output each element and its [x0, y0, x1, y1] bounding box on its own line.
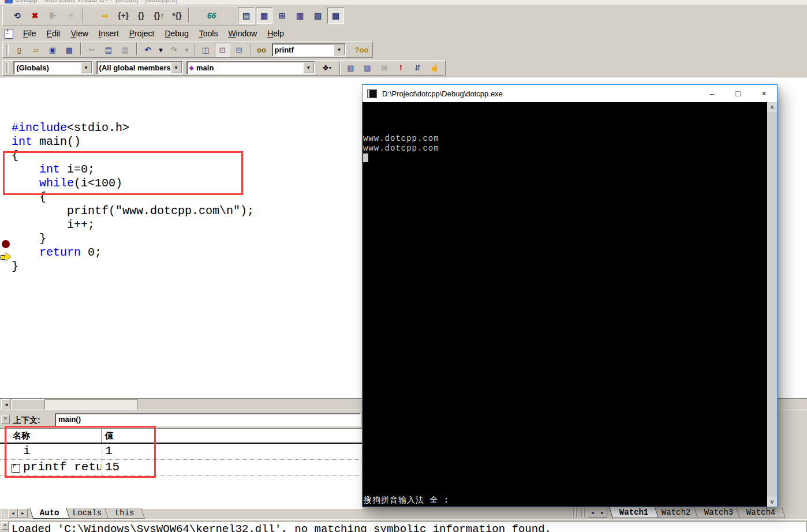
printf retu[interactable]: printf retu 15: [0, 460, 363, 476]
menu-item[interactable]: Tools: [194, 27, 223, 40]
show-next-statement-icon[interactable]: ⇨: [97, 8, 114, 24]
redo-dropdown-icon[interactable]: ▾: [183, 43, 191, 57]
pane-tab[interactable]: this: [104, 508, 145, 519]
menu-item[interactable]: Debug: [159, 27, 193, 40]
wizard-actions-icon[interactable]: ❖▾: [317, 61, 337, 75]
break-execution-icon[interactable]: ⊪: [44, 8, 61, 24]
members-combo[interactable]: (All global members) ▼: [96, 61, 183, 74]
step-over-icon[interactable]: {}: [133, 8, 150, 24]
expand-icon[interactable]: [12, 464, 20, 473]
console-titlebar[interactable]: D:\Project\dotcpp\Debug\dotcpp.exe –□×: [363, 85, 777, 102]
toolbar-button[interactable]: [186, 8, 202, 23]
save-icon[interactable]: ▣: [45, 43, 61, 57]
standard-toolbar: ▯▱▣▩✂▤▦↶▾↷▾◫⊡⊟oo printf ▼ ?oo: [0, 40, 807, 59]
tab-scroll-right-icon[interactable]: ►: [18, 508, 28, 518]
window-list-icon[interactable]: ⊟: [231, 43, 247, 57]
workspace-window-icon[interactable]: ◫: [198, 43, 214, 57]
pane-tab[interactable]: Watch1: [609, 507, 659, 518]
build-icon[interactable]: ▨: [360, 61, 375, 75]
call-stack-icon[interactable]: ▨: [309, 8, 326, 24]
undo-dropdown-icon[interactable]: ▾: [157, 43, 165, 57]
quick-watch-icon[interactable]: 66: [203, 8, 220, 24]
memory-window-icon[interactable]: ▥: [292, 8, 308, 24]
scroll-up-icon[interactable]: ∧: [767, 102, 777, 112]
toolbar-button[interactable]: [221, 8, 237, 23]
paste-icon[interactable]: ▦: [118, 43, 133, 57]
maximize-button[interactable]: □: [725, 85, 751, 102]
menu-item[interactable]: Project: [124, 27, 160, 40]
toolbar-button[interactable]: [134, 43, 139, 55]
find-in-files-icon[interactable]: oo: [254, 43, 270, 57]
toolbar-grip[interactable]: [6, 44, 9, 55]
toolbar-button[interactable]: [192, 43, 197, 55]
compile-icon[interactable]: ▧: [343, 61, 358, 75]
i[interactable]: i 1: [0, 444, 363, 460]
chevron-down-icon[interactable]: ▼: [171, 62, 182, 73]
go-icon[interactable]: ⇵: [410, 61, 425, 75]
run-to-cursor-icon[interactable]: *{}: [169, 8, 185, 24]
open-file-icon[interactable]: ▱: [28, 43, 44, 57]
find-combo[interactable]: printf ▼: [272, 43, 346, 57]
watch-window-icon[interactable]: ▤: [238, 8, 255, 24]
step-out-icon[interactable]: {}↑: [151, 8, 167, 24]
menu-item[interactable]: Edit: [42, 27, 66, 40]
close-icon[interactable]: ×: [1, 415, 10, 424]
scroll-down-icon[interactable]: ∨: [767, 497, 777, 507]
copy-icon[interactable]: ▤: [101, 43, 117, 57]
pane-tab[interactable]: Auto: [29, 508, 70, 519]
hscroll-thumb[interactable]: [12, 399, 45, 410]
chevron-down-icon[interactable]: ▼: [303, 62, 314, 73]
execute-program-icon[interactable]: !: [393, 61, 409, 75]
variables-header: 名称 值: [0, 429, 363, 444]
menu-item[interactable]: Insert: [94, 27, 124, 40]
tab-scroll-left-icon[interactable]: ◄: [588, 508, 597, 518]
registers-window-icon[interactable]: ⊞: [274, 8, 290, 24]
step-into-icon[interactable]: {+}: [115, 8, 132, 24]
menu-item[interactable]: Help: [262, 27, 289, 40]
menu-item[interactable]: File: [18, 27, 42, 40]
stop-build-icon[interactable]: ⊠: [376, 61, 392, 75]
code-line: {: [12, 149, 254, 163]
variables-table: 名称 值 i 1 printf retu 15: [0, 428, 363, 509]
variables-window-icon[interactable]: ▦: [256, 8, 272, 24]
menu-item[interactable]: Window: [223, 27, 262, 40]
watch-tabstrip: ◄ ► Watch1Watch2Watch3Watch4: [571, 507, 807, 519]
apply-code-changes-icon[interactable]: ≡: [62, 8, 79, 24]
toolbar-grip[interactable]: [6, 63, 9, 73]
tab-scroll-right-icon[interactable]: ►: [597, 508, 607, 518]
close-button[interactable]: ×: [751, 85, 777, 102]
console-body[interactable]: www.dotcpp.comwww.dotcpp.com 搜狗拼音输入法 全 :: [363, 102, 767, 507]
output-box[interactable]: Loaded 'C:\Windows\SysWOW64\kernel32.dll…: [8, 522, 807, 532]
redo-icon[interactable]: ↷: [166, 43, 182, 57]
toolbar-button[interactable]: [348, 43, 353, 55]
function-diamond-icon: ◆: [189, 64, 194, 72]
console-window: D:\Project\dotcpp\Debug\dotcpp.exe –□× w…: [362, 84, 778, 507]
undo-icon[interactable]: ↶: [140, 43, 156, 57]
breakpoint-icon[interactable]: [2, 240, 10, 248]
minimize-button[interactable]: –: [699, 85, 725, 102]
function-combo[interactable]: ◆ main ▼: [186, 61, 315, 74]
stop-debugging-icon[interactable]: ✖: [27, 8, 43, 24]
context-combo[interactable]: main(): [55, 413, 361, 426]
chevron-down-icon[interactable]: ▼: [81, 62, 92, 73]
chevron-down-icon[interactable]: ▼: [334, 44, 345, 55]
remove-breakpoints-icon[interactable]: ☝: [427, 61, 442, 75]
console-scrollbar[interactable]: ∧ ∨: [767, 102, 777, 507]
column-divider[interactable]: [102, 429, 102, 443]
column-name[interactable]: 名称: [13, 430, 30, 441]
search-help-icon[interactable]: ?oo: [354, 43, 369, 57]
save-all-icon[interactable]: ▩: [62, 43, 77, 57]
pane-tab[interactable]: Watch4: [736, 507, 786, 518]
tab-scroll-left-icon[interactable]: ◄: [8, 508, 18, 518]
output-window-icon[interactable]: ⊡: [215, 43, 230, 57]
toolbar-button[interactable]: [79, 43, 83, 55]
new-file-icon[interactable]: ▯: [12, 43, 27, 57]
disassembly-icon[interactable]: ▩: [327, 8, 344, 24]
toolbar-button[interactable]: [248, 43, 253, 55]
toolbar-button[interactable]: [80, 8, 96, 23]
restart-icon[interactable]: ⟲: [9, 8, 25, 24]
classes-combo[interactable]: (Globals) ▼: [13, 61, 92, 74]
cut-icon[interactable]: ✂: [84, 43, 100, 57]
menu-item[interactable]: View: [66, 27, 94, 40]
column-value[interactable]: 值: [105, 430, 114, 441]
